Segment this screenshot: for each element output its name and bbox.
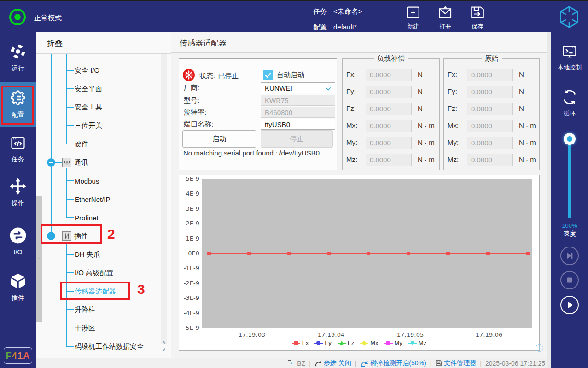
tree-item-三位开关[interactable]: 三位开关 [75, 120, 102, 131]
tree-item-communication[interactable]: 通讯 [74, 157, 88, 168]
tree-item-安全工具[interactable]: 安全工具 [75, 102, 102, 113]
tree-item-plugins[interactable]: 插件 [74, 230, 88, 242]
play-button[interactable] [560, 296, 579, 314]
axis-value-field: 0.0000 [467, 120, 513, 132]
sidebar-item-operate[interactable]: 操作 [0, 176, 36, 209]
task-label: 任务 [313, 6, 327, 17]
force-value-row: Fx:0.0000N [343, 69, 439, 81]
right-control-sidebar: 本地控制 循环 100% 速度 [551, 32, 588, 368]
tree-item-label: 升降柱 [75, 305, 95, 314]
axis-label: Fx: [346, 70, 356, 78]
fault-code-badge[interactable]: F41A [4, 347, 32, 364]
axis-value-field: 0.0000 [366, 154, 412, 166]
legend-label: My [395, 339, 402, 346]
legend-label: Mx [370, 339, 378, 346]
tree-item-硬件[interactable]: 硬件 [75, 138, 88, 150]
port-field[interactable]: ttyUSB0 [261, 119, 335, 130]
terminal-icon [561, 44, 578, 62]
tree-item-安全平面[interactable]: 安全平面 [75, 83, 102, 94]
legend-label: Fy [325, 339, 331, 346]
data-point-fx [327, 252, 331, 255]
tree-item-modbus[interactable]: Modbus [75, 175, 99, 186]
axis-unit: N · m [418, 138, 435, 146]
legend-label: Mz [419, 339, 426, 346]
data-point-fx [407, 252, 410, 255]
nav-item-label: 操作 [12, 199, 24, 207]
tree-connector-line [66, 328, 74, 328]
info-icon[interactable]: i [536, 344, 543, 352]
tree-connector-line [66, 70, 74, 71]
tree-item-i/o-高级配置[interactable]: I/O 高级配置 [75, 267, 113, 278]
tree-item-ethernet/ip[interactable]: EtherNet/IP [75, 194, 111, 205]
tree-item-升降柱[interactable]: 升降柱 [75, 304, 95, 315]
vendor-select[interactable]: KUNWEI [261, 82, 335, 93]
x-axis-tick-label: 17:19:04 [313, 331, 349, 338]
sidebar-item-config[interactable]: 配置 [0, 82, 36, 126]
nav-item-label: 运行 [12, 64, 24, 73]
tree-item-干涉区[interactable]: 干涉区 [75, 322, 95, 334]
open-file-button[interactable]: 打开 [437, 5, 453, 31]
sidebar-item-task[interactable]: 任务 [0, 134, 36, 164]
collision-detection-toggle[interactable]: 碰撞检测开启(50%) [360, 359, 426, 368]
config-value: default* [333, 21, 357, 33]
legend-item-my: My [384, 339, 402, 346]
tree-collapse-toggle[interactable] [47, 158, 55, 167]
fault-code-char: 4 [12, 351, 17, 361]
legend-label: Fx [302, 339, 309, 346]
axis-unit: N · m [519, 155, 536, 163]
loop-button[interactable]: 循环 [551, 88, 588, 118]
tree-collapse-toggle[interactable] [47, 232, 55, 240]
speed-slider-knob[interactable] [564, 133, 576, 145]
action-label: 新建 [407, 23, 419, 31]
sidebar-item-plugin[interactable]: 插件 [0, 271, 36, 303]
y-axis-tick-label: 2E-9 [179, 220, 199, 227]
tree-item-label: I/O 高级配置 [75, 269, 113, 277]
tree-item-label: 安全工具 [75, 103, 102, 112]
tree-scrollbar-track[interactable] [161, 54, 167, 344]
tree-item-码垛机工作站数据安全[interactable]: 码垛机工作站数据安全 [75, 341, 144, 352]
tree-item-dh-夹爪[interactable]: DH 夹爪 [75, 249, 100, 260]
autostart-checkbox[interactable]: 自动启动 [263, 70, 304, 80]
raw-title: 原始 [482, 54, 502, 63]
file-manager-button[interactable]: 文件管理器 [435, 359, 476, 368]
legend-item-fy: Fy [314, 339, 331, 346]
tree-item-profinet[interactable]: Profinet [75, 212, 99, 223]
operate-icon [9, 178, 27, 197]
speed-slider-track[interactable] [568, 139, 571, 218]
new-file-button[interactable]: 新建 [405, 5, 421, 31]
tree-item-传感器适配器[interactable]: 传感器适配器 [75, 286, 116, 297]
force-value-row: Mz:0.0000N · m [444, 154, 539, 166]
save-file-button[interactable]: 保存 [470, 5, 485, 31]
tree-connector-line [51, 54, 52, 236]
tree-connector-line [66, 107, 74, 108]
square-marker-icon [384, 341, 393, 345]
diamond-marker-icon [360, 341, 368, 345]
fault-code-char: 1 [17, 351, 23, 361]
local-control-button[interactable]: 本地控制 [551, 44, 588, 72]
tree-scrollbar-thumb[interactable]: ≡ [36, 196, 42, 322]
start-button[interactable]: 启动 [182, 130, 256, 148]
tri-down-marker-icon [408, 341, 417, 345]
step-mode-toggle[interactable]: 步进 关闭 [314, 359, 351, 368]
tree-scroll-up-button[interactable]: ∧ [161, 339, 167, 346]
tri-up-marker-icon [338, 341, 346, 345]
sidebar-item-run[interactable]: 运行 [0, 41, 36, 74]
axis-unit: N [418, 104, 423, 112]
tree-scroll-down-button[interactable]: ∨ [161, 346, 167, 353]
tree-item-安全-i/o[interactable]: 安全 I/O [75, 65, 99, 76]
force-value-row: Fy:0.0000N [343, 86, 439, 98]
axis-label: Fz: [448, 104, 457, 112]
tree-connector-line [66, 272, 74, 273]
collapse-button[interactable]: 折叠 [47, 38, 63, 49]
data-point-fx [486, 252, 490, 255]
y-axis-tick-label: -4E-9 [179, 310, 199, 316]
chevron-down-icon [326, 84, 331, 92]
config-icon [9, 89, 27, 109]
axis-value-field: 0.0000 [366, 103, 412, 115]
sidebar-item-io[interactable]: I/O [0, 225, 36, 257]
bz-label: BZ [297, 360, 305, 367]
tree-item-label: 干涉区 [75, 324, 95, 333]
force-value-row: Mz:0.0000N · m [343, 154, 439, 166]
axis-label: Fy: [448, 87, 457, 95]
axis-value-field: 0.0000 [467, 154, 513, 166]
